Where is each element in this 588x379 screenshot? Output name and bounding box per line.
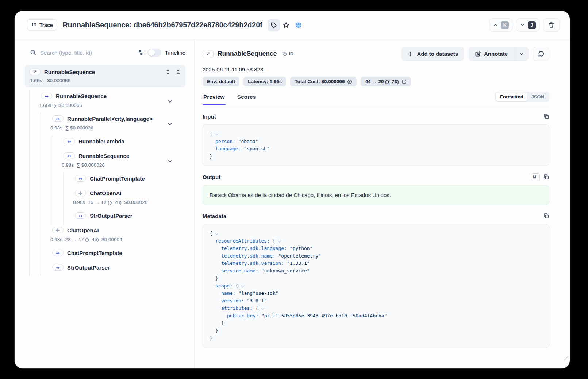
collapse-json-chevron[interactable] (278, 239, 281, 243)
bookmark-star-button[interactable] (280, 19, 292, 31)
collapse-json-chevron[interactable] (241, 284, 245, 287)
comment-bubble-icon (538, 51, 544, 57)
tags-button[interactable] (268, 19, 280, 31)
format-option-formatted[interactable]: Formatted (496, 93, 527, 101)
metric-badge: Latency: 1.66s (243, 77, 286, 86)
code-line: language: "spanish" (210, 145, 542, 153)
code-line: { (210, 230, 542, 237)
tree-node-stroutputparser[interactable]: ↔StrOutputParser (25, 262, 185, 276)
code-line: } (210, 153, 542, 161)
code-line: } (210, 275, 542, 282)
code-line: telemetry.sdk.language: "python" (210, 245, 542, 252)
metadata-section-title: Metadata (203, 213, 226, 219)
filter-sliders-icon[interactable] (137, 49, 144, 56)
tree-node-label: RunnableSequence (78, 153, 129, 159)
span-icon: ↔ (75, 212, 86, 219)
copy-output-button[interactable] (543, 174, 549, 180)
output-text: Barack Obama es de la ciudad de Chicago,… (203, 185, 549, 205)
code-line: resourceAttributes: { (210, 237, 542, 245)
tree-node-chatopenai[interactable]: ChatOpenAI0.68s 28 → 17 (∑ 45) $0.00004 (25, 224, 185, 247)
collapse-json-chevron[interactable] (215, 132, 219, 135)
collapse-node-chevron[interactable] (167, 98, 173, 105)
tree-node-label: ChatPromptTemplate (67, 250, 122, 256)
input-json-viewer: {person: "obama"language: "spanish"} (203, 124, 549, 166)
markdown-toggle-button[interactable]: M↓ (531, 173, 540, 181)
trace-tree-sidebar: Timeline RunnableSequence (15, 39, 195, 368)
code-line: attributes: { (210, 305, 542, 312)
comments-button[interactable] (533, 47, 549, 61)
tree-node-runnablesequence[interactable]: ↔RunnableSequence1.66s ∑ $0.000066 (25, 90, 185, 113)
tree-node-label: RunnableParallel<city,language> (67, 116, 153, 122)
collapse-json-chevron[interactable] (261, 306, 265, 310)
format-option-json[interactable]: JSON (527, 93, 548, 101)
span-icon: ↔ (52, 250, 64, 256)
metric-badge: 44 → 29 (∑ 73) (361, 77, 411, 86)
add-to-datasets-button[interactable]: Add to datasets (401, 47, 464, 61)
globe-icon (295, 22, 302, 28)
tree-node-chatprompttemplate[interactable]: ↔ChatPromptTemplate (25, 247, 185, 262)
tab-scores[interactable]: Scores (237, 92, 257, 105)
app-window: Trace RunnableSequence: dbe646b2b67957d2… (15, 11, 570, 368)
prev-trace-button[interactable]: K (489, 18, 512, 32)
span-icon: ↔ (52, 115, 64, 122)
tree-node-label: ChatPromptTemplate (90, 175, 145, 182)
copy-id-button[interactable]: ID (282, 51, 293, 57)
tree-node-runnablelambda[interactable]: ↔RunnableLambda (25, 135, 185, 150)
code-line: name: "langfuse-sdk" (210, 290, 542, 297)
trash-icon (548, 22, 554, 28)
metric-badge: Env: default (203, 77, 239, 86)
trace-type-badge: Trace (27, 19, 57, 31)
badge-label: Total Cost: $0.000066 (295, 79, 345, 84)
copy-input-button[interactable] (543, 113, 549, 119)
tab-preview[interactable]: Preview (203, 92, 226, 105)
tree-node-stroutputparser[interactable]: ↔StrOutputParser (25, 210, 185, 224)
trace-tree-icon (31, 22, 37, 28)
timeline-toggle[interactable] (147, 49, 161, 57)
expand-all-icon[interactable] (165, 69, 171, 75)
delete-trace-button[interactable] (543, 18, 560, 32)
code-line: telemetry.sdk.version: "1.33.1" (210, 260, 542, 267)
collapse-node-chevron[interactable] (167, 121, 173, 127)
code-line: } (210, 327, 542, 335)
code-line: scope: { (210, 282, 542, 290)
code-line: { (210, 130, 542, 138)
observation-tree-icon (203, 50, 214, 58)
tag-icon (270, 22, 277, 28)
tree-node-label: StrOutputParser (67, 264, 110, 271)
trace-root-item[interactable]: RunnableSequence 1.66s $0.000066 (25, 65, 185, 87)
search-input[interactable] (40, 50, 134, 56)
annotate-dropdown-chevron[interactable] (514, 47, 529, 61)
collapse-json-chevron[interactable] (215, 231, 219, 235)
star-icon (283, 22, 289, 28)
trace-root-duration: 1.66s (30, 78, 42, 83)
span-icon: ↔ (64, 152, 75, 159)
tree-node-metrics: 1.66s ∑ $0.000066 (25, 101, 185, 109)
span-icon: ↔ (64, 138, 75, 144)
code-line: } (210, 334, 542, 342)
code-line: service.name: "unknown_service" (210, 267, 542, 275)
code-line: version: "3.0.1" (210, 297, 542, 305)
tree-node-label: ChatOpenAI (67, 227, 99, 233)
collapse-all-icon[interactable] (175, 69, 181, 75)
next-trace-button[interactable]: J (516, 18, 539, 32)
code-line: telemetry.sdk.name: "opentelemetry" (210, 252, 542, 260)
observation-timestamp: 2025-06-11 11:09:58.823 (203, 66, 549, 73)
trace-span-tree: ↔RunnableSequence1.66s ∑ $0.000066↔Runna… (25, 90, 185, 276)
tree-node-chatopenai[interactable]: ChatOpenAI0.98s 16 → 12 (∑ 28) $0.000026 (25, 187, 185, 210)
trace-badge-label: Trace (39, 22, 53, 28)
span-icon: ↔ (75, 175, 86, 182)
tree-node-runnableparallel-city-language-[interactable]: ↔RunnableParallel<city,language>0.98s ∑ … (25, 113, 185, 135)
tree-node-metrics: 0.68s 28 → 17 (∑ 45) $0.00004 (25, 235, 185, 243)
tree-node-label: RunnableLambda (78, 138, 124, 144)
badge-label: Env: default (207, 79, 235, 84)
resize-handle[interactable] (564, 356, 568, 360)
public-share-button[interactable] (292, 19, 305, 31)
copy-metadata-button[interactable] (543, 213, 549, 219)
collapse-node-chevron[interactable] (167, 158, 173, 165)
tree-node-chatprompttemplate[interactable]: ↔ChatPromptTemplate (25, 173, 185, 187)
tree-node-runnablesequence[interactable]: ↔RunnableSequence0.98s ∑ $0.000026 (25, 150, 185, 173)
trace-root-cost: $0.000066 (47, 78, 70, 83)
annotate-button[interactable]: Annotate (469, 47, 514, 61)
generation-icon (75, 190, 86, 196)
code-line: person: "obama" (210, 138, 542, 146)
